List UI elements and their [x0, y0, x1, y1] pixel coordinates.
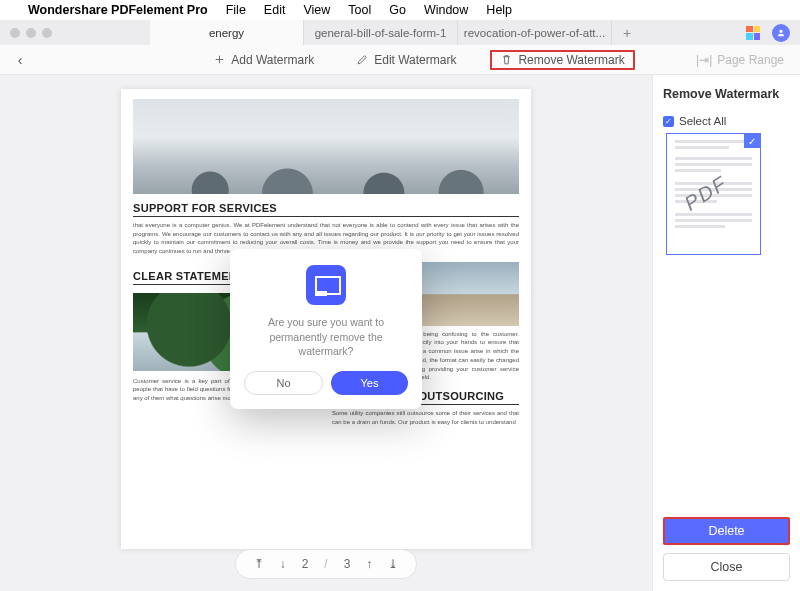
add-watermark-button[interactable]: Add Watermark [205, 50, 322, 70]
window-titlebar: energy general-bill-of-sale-form-1 revoc… [0, 20, 800, 45]
check-icon: ✓ [744, 134, 760, 148]
close-button[interactable]: Close [663, 553, 790, 581]
remove-watermark-label: Remove Watermark [518, 53, 624, 67]
dialog-message: Are you sure you want to permanently rem… [244, 315, 408, 359]
page-range-button[interactable]: |⇥| Page Range [696, 53, 784, 67]
watermark-preview-text: PDF [680, 172, 731, 216]
dialog-yes-button[interactable]: Yes [331, 371, 408, 395]
menu-file[interactable]: File [226, 3, 246, 17]
menu-window[interactable]: Window [424, 3, 468, 17]
page-range-icon: |⇥| [696, 53, 712, 67]
total-pages: 3 [344, 557, 351, 571]
dialog-no-button[interactable]: No [244, 371, 323, 395]
confirm-dialog: Are you sure you want to permanently rem… [230, 249, 422, 409]
apps-grid-icon[interactable] [746, 26, 760, 40]
last-page-button[interactable]: ⤓ [388, 557, 398, 571]
tab-bill-of-sale[interactable]: general-bill-of-sale-form-1 [304, 20, 458, 45]
menu-help[interactable]: Help [486, 3, 512, 17]
app-logo-icon [306, 265, 346, 305]
edit-watermark-label: Edit Watermark [374, 53, 456, 67]
current-page[interactable]: 2 [302, 557, 309, 571]
first-page-button[interactable]: ⤒ [254, 557, 264, 571]
select-all-row[interactable]: ✓ Select All [663, 115, 790, 127]
page-range-label: Page Range [717, 53, 784, 67]
menu-edit[interactable]: Edit [264, 3, 286, 17]
back-button[interactable]: ‹ [0, 52, 40, 68]
menu-tool[interactable]: Tool [348, 3, 371, 17]
hero-image [133, 99, 519, 194]
next-page-button[interactable]: ↑ [366, 557, 372, 571]
remove-watermark-button[interactable]: Remove Watermark [490, 50, 634, 70]
watermark-toolbar: ‹ Add Watermark Edit Watermark Remove Wa… [0, 45, 800, 75]
section-body-3: Some utility companies still outsource s… [332, 409, 519, 426]
remove-watermark-panel: Remove Watermark ✓ Select All ✓ PDF Dele… [652, 75, 800, 591]
select-all-label: Select All [679, 115, 726, 127]
section-title-1: SUPPORT FOR SERVICES [133, 202, 519, 214]
plus-icon [213, 53, 226, 66]
tab-revocation[interactable]: revocation-of-power-of-att... [458, 20, 612, 45]
app-name[interactable]: Wondershare PDFelement Pro [28, 3, 208, 17]
trash-icon [500, 53, 513, 66]
panel-title: Remove Watermark [663, 87, 790, 101]
new-tab-button[interactable]: + [612, 20, 642, 45]
edit-watermark-button[interactable]: Edit Watermark [348, 50, 464, 70]
menu-go[interactable]: Go [389, 3, 406, 17]
mac-menubar: Wondershare PDFelement Pro File Edit Vie… [0, 0, 800, 20]
add-watermark-label: Add Watermark [231, 53, 314, 67]
prev-page-button[interactable]: ↓ [280, 557, 286, 571]
pencil-icon [356, 53, 369, 66]
traffic-lights[interactable] [0, 28, 70, 38]
page-navigator: ⤒ ↓ 2 / 3 ↑ ⤓ [235, 549, 418, 579]
menu-view[interactable]: View [303, 3, 330, 17]
tab-energy[interactable]: energy [150, 20, 304, 45]
checkbox-icon[interactable]: ✓ [663, 116, 674, 127]
document-tabs: energy general-bill-of-sale-form-1 revoc… [150, 20, 642, 45]
user-avatar[interactable] [772, 24, 790, 42]
watermark-thumbnail[interactable]: ✓ PDF [666, 133, 761, 255]
document-canvas[interactable]: SUPPORT FOR SERVICES that everyone is a … [0, 75, 652, 591]
delete-button[interactable]: Delete [663, 517, 790, 545]
page-sep: / [324, 557, 327, 571]
